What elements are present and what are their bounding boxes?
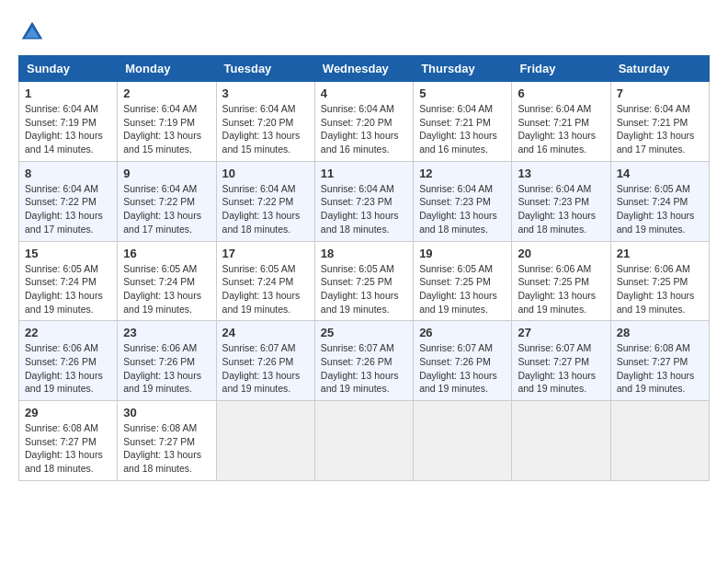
day-number: 4 xyxy=(321,86,407,100)
calendar-week-row: 15Sunrise: 6:05 AMSunset: 7:24 PMDayligh… xyxy=(19,241,710,321)
day-number: 10 xyxy=(222,167,309,180)
calendar-cell: 23Sunrise: 6:06 AMSunset: 7:26 PMDayligh… xyxy=(118,321,216,401)
calendar-cell: 7Sunrise: 6:04 AMSunset: 7:21 PMDaylight… xyxy=(610,82,709,162)
day-number: 3 xyxy=(222,86,309,100)
calendar-cell: 17Sunrise: 6:05 AMSunset: 7:24 PMDayligh… xyxy=(216,241,314,321)
day-info: Sunrise: 6:04 AMSunset: 7:22 PMDaylight:… xyxy=(222,182,309,236)
day-number: 30 xyxy=(123,406,210,419)
calendar-cell: 20Sunrise: 6:06 AMSunset: 7:25 PMDayligh… xyxy=(512,241,610,321)
calendar-cell: 13Sunrise: 6:04 AMSunset: 7:23 PMDayligh… xyxy=(512,161,610,241)
calendar-cell xyxy=(216,401,314,481)
calendar-cell xyxy=(314,401,413,481)
day-info: Sunrise: 6:04 AMSunset: 7:23 PMDaylight:… xyxy=(321,182,407,236)
day-number: 6 xyxy=(518,86,604,100)
calendar-cell: 3Sunrise: 6:04 AMSunset: 7:20 PMDaylight… xyxy=(216,82,314,162)
calendar-cell: 4Sunrise: 6:04 AMSunset: 7:20 PMDaylight… xyxy=(314,82,413,162)
calendar-cell: 18Sunrise: 6:05 AMSunset: 7:25 PMDayligh… xyxy=(314,241,413,321)
day-info: Sunrise: 6:04 AMSunset: 7:22 PMDaylight:… xyxy=(25,182,111,236)
day-number: 29 xyxy=(25,406,111,419)
day-info: Sunrise: 6:04 AMSunset: 7:23 PMDaylight:… xyxy=(419,182,506,236)
day-number: 25 xyxy=(321,326,407,339)
calendar-cell: 28Sunrise: 6:08 AMSunset: 7:27 PMDayligh… xyxy=(610,321,709,401)
weekday-header: Tuesday xyxy=(216,56,314,82)
day-number: 26 xyxy=(419,326,506,339)
calendar-cell xyxy=(610,401,709,481)
calendar-week-row: 22Sunrise: 6:06 AMSunset: 7:26 PMDayligh… xyxy=(19,321,710,401)
day-info: Sunrise: 6:05 AMSunset: 7:24 PMDaylight:… xyxy=(222,262,309,316)
calendar-cell: 25Sunrise: 6:07 AMSunset: 7:26 PMDayligh… xyxy=(314,321,413,401)
calendar-cell: 19Sunrise: 6:05 AMSunset: 7:25 PMDayligh… xyxy=(414,241,512,321)
day-number: 17 xyxy=(222,247,309,260)
day-info: Sunrise: 6:04 AMSunset: 7:20 PMDaylight:… xyxy=(222,102,309,156)
weekday-header: Wednesday xyxy=(314,56,413,82)
weekday-header: Monday xyxy=(118,56,216,82)
calendar-cell: 8Sunrise: 6:04 AMSunset: 7:22 PMDaylight… xyxy=(19,161,118,241)
weekday-header: Friday xyxy=(512,56,610,82)
day-number: 21 xyxy=(617,247,703,260)
day-info: Sunrise: 6:06 AMSunset: 7:25 PMDaylight:… xyxy=(518,262,604,316)
day-info: Sunrise: 6:04 AMSunset: 7:22 PMDaylight:… xyxy=(123,182,210,236)
day-number: 28 xyxy=(617,326,703,339)
day-number: 16 xyxy=(123,247,210,260)
day-number: 15 xyxy=(25,247,111,260)
day-info: Sunrise: 6:06 AMSunset: 7:26 PMDaylight:… xyxy=(25,341,111,396)
calendar-header-row: SundayMondayTuesdayWednesdayThursdayFrid… xyxy=(19,56,710,82)
day-info: Sunrise: 6:05 AMSunset: 7:24 PMDaylight:… xyxy=(617,182,703,236)
day-info: Sunrise: 6:04 AMSunset: 7:21 PMDaylight:… xyxy=(518,102,604,156)
day-number: 23 xyxy=(123,326,210,339)
day-number: 9 xyxy=(123,167,210,180)
day-number: 11 xyxy=(321,167,407,180)
day-number: 2 xyxy=(123,86,210,100)
day-info: Sunrise: 6:06 AMSunset: 7:26 PMDaylight:… xyxy=(123,341,210,396)
day-number: 8 xyxy=(25,167,111,180)
day-info: Sunrise: 6:07 AMSunset: 7:26 PMDaylight:… xyxy=(321,341,407,396)
day-number: 27 xyxy=(518,326,604,339)
day-number: 13 xyxy=(518,167,604,180)
day-number: 7 xyxy=(617,86,703,100)
day-info: Sunrise: 6:08 AMSunset: 7:27 PMDaylight:… xyxy=(25,421,111,476)
day-info: Sunrise: 6:05 AMSunset: 7:24 PMDaylight:… xyxy=(25,262,111,316)
calendar-cell: 15Sunrise: 6:05 AMSunset: 7:24 PMDayligh… xyxy=(19,241,118,321)
day-info: Sunrise: 6:07 AMSunset: 7:26 PMDaylight:… xyxy=(222,341,309,396)
weekday-header: Saturday xyxy=(610,56,709,82)
calendar-cell: 16Sunrise: 6:05 AMSunset: 7:24 PMDayligh… xyxy=(118,241,216,321)
day-number: 12 xyxy=(419,167,506,180)
day-number: 18 xyxy=(321,247,407,260)
calendar-cell: 26Sunrise: 6:07 AMSunset: 7:26 PMDayligh… xyxy=(414,321,512,401)
calendar-cell: 9Sunrise: 6:04 AMSunset: 7:22 PMDaylight… xyxy=(118,161,216,241)
day-info: Sunrise: 6:04 AMSunset: 7:23 PMDaylight:… xyxy=(518,182,604,236)
calendar: SundayMondayTuesdayWednesdayThursdayFrid… xyxy=(18,55,710,481)
day-info: Sunrise: 6:05 AMSunset: 7:25 PMDaylight:… xyxy=(419,262,506,316)
day-info: Sunrise: 6:05 AMSunset: 7:25 PMDaylight:… xyxy=(321,262,407,316)
calendar-cell: 30Sunrise: 6:08 AMSunset: 7:27 PMDayligh… xyxy=(118,401,216,481)
calendar-cell xyxy=(414,401,512,481)
calendar-cell: 21Sunrise: 6:06 AMSunset: 7:25 PMDayligh… xyxy=(610,241,709,321)
weekday-header: Sunday xyxy=(19,56,118,82)
day-number: 14 xyxy=(617,167,703,180)
logo-icon xyxy=(18,18,46,46)
logo xyxy=(18,18,50,46)
day-info: Sunrise: 6:06 AMSunset: 7:25 PMDaylight:… xyxy=(617,262,703,316)
day-info: Sunrise: 6:07 AMSunset: 7:26 PMDaylight:… xyxy=(419,341,506,396)
day-info: Sunrise: 6:04 AMSunset: 7:21 PMDaylight:… xyxy=(617,102,703,156)
day-number: 22 xyxy=(25,326,111,339)
calendar-cell: 24Sunrise: 6:07 AMSunset: 7:26 PMDayligh… xyxy=(216,321,314,401)
day-number: 5 xyxy=(419,86,506,100)
calendar-week-row: 1Sunrise: 6:04 AMSunset: 7:19 PMDaylight… xyxy=(19,82,710,162)
calendar-cell: 12Sunrise: 6:04 AMSunset: 7:23 PMDayligh… xyxy=(414,161,512,241)
calendar-cell: 6Sunrise: 6:04 AMSunset: 7:21 PMDaylight… xyxy=(512,82,610,162)
day-number: 1 xyxy=(25,86,111,100)
day-number: 24 xyxy=(222,326,309,339)
calendar-week-row: 29Sunrise: 6:08 AMSunset: 7:27 PMDayligh… xyxy=(19,401,710,481)
calendar-cell: 2Sunrise: 6:04 AMSunset: 7:19 PMDaylight… xyxy=(118,82,216,162)
calendar-cell: 29Sunrise: 6:08 AMSunset: 7:27 PMDayligh… xyxy=(19,401,118,481)
day-info: Sunrise: 6:04 AMSunset: 7:20 PMDaylight:… xyxy=(321,102,407,156)
calendar-cell: 22Sunrise: 6:06 AMSunset: 7:26 PMDayligh… xyxy=(19,321,118,401)
calendar-week-row: 8Sunrise: 6:04 AMSunset: 7:22 PMDaylight… xyxy=(19,161,710,241)
day-number: 19 xyxy=(419,247,506,260)
calendar-cell: 5Sunrise: 6:04 AMSunset: 7:21 PMDaylight… xyxy=(414,82,512,162)
day-info: Sunrise: 6:04 AMSunset: 7:19 PMDaylight:… xyxy=(123,102,210,156)
day-info: Sunrise: 6:04 AMSunset: 7:19 PMDaylight:… xyxy=(25,102,111,156)
calendar-cell: 10Sunrise: 6:04 AMSunset: 7:22 PMDayligh… xyxy=(216,161,314,241)
day-info: Sunrise: 6:07 AMSunset: 7:27 PMDaylight:… xyxy=(518,341,604,396)
